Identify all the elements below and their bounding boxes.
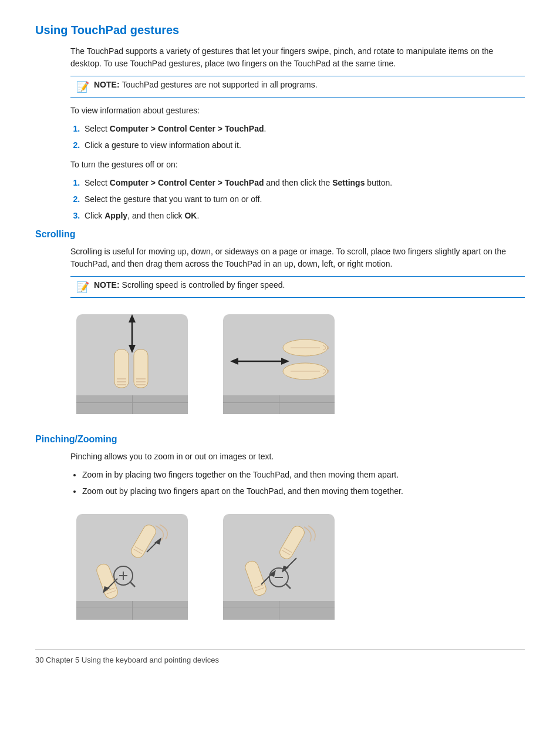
scrolling-images-row (70, 308, 525, 420)
zoom-in-image (70, 508, 194, 626)
turn-step-1: Select Computer > Control Center > Touch… (82, 177, 525, 189)
turn-gestures-intro: To turn the gestures off or on: (70, 159, 525, 171)
pinching-bullet-1: Zoom in by placing two fingers together … (82, 469, 525, 481)
zoom-out-image (217, 508, 340, 626)
note-1-text: TouchPad gestures are not supported in a… (122, 80, 318, 89)
turn-steps-list: Select Computer > Control Center > Touch… (82, 177, 525, 222)
pinching-intro: Pinching allows you to zoom in or out on… (70, 451, 525, 463)
scrolling-horizontal-image (217, 308, 340, 420)
note-2-text: Scrolling speed is controlled by finger … (122, 280, 285, 290)
pinching-bullets-list: Zoom in by placing two fingers together … (82, 469, 525, 498)
note-box-1: 📝 NOTE:TouchPad gestures are not support… (70, 76, 525, 98)
intro-paragraph: The TouchPad supports a variety of gestu… (70, 45, 525, 70)
scrolling-text: Scrolling is useful for moving up, down,… (70, 246, 525, 270)
note-1-label: NOTE: (94, 80, 120, 89)
view-step-2: Click a gesture to view information abou… (82, 139, 525, 152)
pinching-bullet-2: Zoom out by placing two fingers apart on… (82, 485, 525, 498)
svg-rect-29 (132, 601, 133, 620)
view-steps-list: Select Computer > Control Center > Touch… (82, 123, 525, 152)
turn-step-1-bold1: Computer > Control Center > TouchPad (110, 178, 264, 187)
view-gestures-intro: To view information about gestures: (70, 105, 525, 117)
note-icon-1: 📝 (76, 80, 89, 93)
view-step-1-bold: Computer > Control Center > TouchPad (110, 124, 264, 133)
turn-step-3-bold1: Apply (104, 211, 127, 220)
svg-rect-47 (279, 601, 279, 620)
scrolling-title: Scrolling (35, 229, 525, 240)
note-box-2: 📝 NOTE:Scrolling speed is controlled by … (70, 276, 525, 298)
turn-step-1-bold2: Settings (332, 178, 365, 187)
note-icon-2: 📝 (76, 281, 89, 294)
note-1-content: NOTE:TouchPad gestures are not supported… (94, 80, 318, 89)
turn-step-3-bold2: OK (184, 211, 197, 220)
footer-text: 30 Chapter 5 Using the keyboard and poin… (35, 656, 219, 664)
view-step-1: Select Computer > Control Center > Touch… (82, 123, 525, 135)
pinching-title: Pinching/Zooming (35, 434, 525, 445)
footer: 30 Chapter 5 Using the keyboard and poin… (35, 649, 525, 664)
note-2-content: NOTE:Scrolling speed is controlled by fi… (94, 280, 285, 290)
pinching-images-row (70, 508, 525, 626)
note-2-label: NOTE: (94, 280, 120, 290)
svg-rect-18 (279, 395, 279, 414)
svg-rect-3 (132, 395, 133, 414)
scrolling-vertical-image (70, 308, 194, 420)
turn-step-3: Click Apply, and then click OK. (82, 210, 525, 222)
main-title: Using TouchPad gestures (35, 23, 525, 37)
turn-step-2: Select the gesture that you want to turn… (82, 193, 525, 206)
